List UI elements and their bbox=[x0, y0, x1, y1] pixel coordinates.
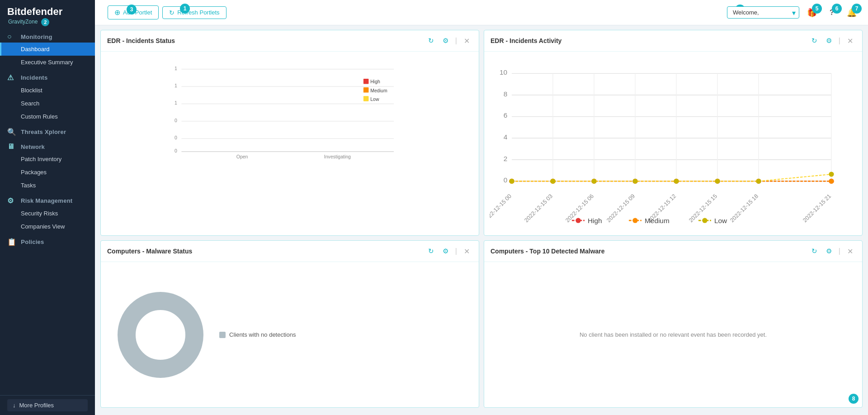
svg-text:High: High bbox=[588, 217, 602, 224]
portlet-title-edr-status: EDR - Incidents Status bbox=[107, 37, 423, 44]
svg-text:0: 0 bbox=[175, 135, 177, 140]
portlet-header-edr-status: EDR - Incidents Status ↻ ⚙ | ✕ bbox=[101, 30, 479, 52]
sidebar-item-search[interactable]: Search bbox=[0, 97, 95, 110]
annotation-badge-1: 1 bbox=[180, 4, 190, 14]
svg-text:2022-12-15 21: 2022-12-15 21 bbox=[802, 193, 832, 224]
annotation-badge-5: 5 bbox=[812, 4, 822, 14]
sidebar-item-companies-view[interactable]: Companies View bbox=[0, 220, 95, 233]
network-icon: 🖥 bbox=[7, 143, 16, 151]
portlet-body-top10: No client has been installed or no relev… bbox=[484, 262, 862, 407]
svg-rect-19 bbox=[363, 96, 369, 101]
sidebar-item-packages[interactable]: Packages bbox=[0, 166, 95, 179]
portlet-header-top10: Computers - Top 10 Detected Malware ↻ ⚙ … bbox=[484, 241, 862, 262]
portlet-header-malware-status: Computers - Malware Status ↻ ⚙ | ✕ bbox=[101, 241, 479, 262]
svg-point-56 bbox=[674, 179, 679, 184]
svg-text:Low: Low bbox=[714, 217, 727, 224]
portlet-title-top10: Computers - Top 10 Detected Malware bbox=[491, 248, 806, 255]
portlet-body-edr-status: 1 1 1 0 0 0 bbox=[101, 52, 479, 235]
donut-area: Clients with no detections bbox=[106, 267, 473, 402]
topbar-left: 3 ⊕ Add Portlet ↻ Refresh Portlets bbox=[104, 5, 226, 19]
svg-point-55 bbox=[632, 179, 637, 184]
sidebar-section-risk-management[interactable]: ⚙ Risk Management bbox=[0, 192, 95, 207]
sidebar: Bitdefender GravityZone 2 ○ Monitoring D… bbox=[0, 0, 95, 415]
risk-management-icon: ⚙ bbox=[7, 196, 16, 205]
portlet-body-malware-status: Clients with no detections bbox=[101, 262, 479, 407]
more-profiles-button[interactable]: ↓ More Profiles bbox=[7, 399, 88, 411]
svg-text:High: High bbox=[370, 79, 380, 84]
portlet-settings-edr-activity[interactable]: ⚙ bbox=[823, 35, 835, 47]
svg-point-52 bbox=[509, 179, 514, 184]
sidebar-section-monitoring[interactable]: ○ Monitoring bbox=[0, 28, 95, 43]
portlet-settings-edr-status[interactable]: ⚙ bbox=[440, 35, 452, 47]
portlet-settings-top10[interactable]: ⚙ bbox=[823, 245, 835, 257]
svg-text:Medium: Medium bbox=[645, 217, 670, 224]
portlet-close-top10[interactable]: ✕ bbox=[844, 245, 856, 257]
portlet-edr-incidents-activity: EDR - Incidents Activity ↻ ⚙ | ✕ 10 8 6 … bbox=[484, 30, 863, 236]
incidents-icon: ⚠ bbox=[7, 73, 16, 82]
portlet-refresh-edr-status[interactable]: ↻ bbox=[425, 35, 437, 47]
svg-text:8: 8 bbox=[504, 90, 508, 98]
topbar-right: 4 Welcome, 🎁 5 ? 6 bbox=[722, 5, 859, 20]
portlet-edr-incidents-status: EDR - Incidents Status ↻ ⚙ | ✕ 1 1 1 0 0… bbox=[100, 30, 479, 236]
svg-point-57 bbox=[715, 179, 720, 184]
svg-point-69 bbox=[576, 218, 580, 223]
welcome-select[interactable]: Welcome, bbox=[727, 6, 799, 19]
svg-point-59 bbox=[829, 172, 834, 176]
svg-text:10: 10 bbox=[500, 68, 507, 76]
sidebar-section-threats-xplorer[interactable]: 🔍 Threats Xplorer bbox=[0, 123, 95, 138]
portlet-sep-4: | bbox=[839, 247, 840, 255]
app-logo-title: Bitdefender bbox=[7, 6, 62, 17]
portlet-close-malware-status[interactable]: ✕ bbox=[461, 245, 472, 257]
svg-text:6: 6 bbox=[504, 111, 508, 119]
portlet-refresh-malware-status[interactable]: ↻ bbox=[425, 245, 437, 257]
portlet-header-edr-activity: EDR - Incidents Activity ↻ ⚙ | ✕ bbox=[484, 30, 862, 52]
svg-point-53 bbox=[550, 179, 555, 184]
sidebar-item-executive-summary[interactable]: Executive Summary bbox=[0, 56, 95, 69]
donut-legend: Clients with no detections bbox=[219, 331, 296, 338]
donut-legend-label-no-detect: Clients with no detections bbox=[229, 331, 296, 338]
svg-text:2022-12-15 18: 2022-12-15 18 bbox=[729, 193, 760, 224]
svg-text:4: 4 bbox=[504, 133, 508, 141]
sidebar-section-risk-label: Risk Management bbox=[21, 197, 72, 204]
annotation-badge-8: 8 bbox=[849, 394, 859, 404]
portlet-sep-1: | bbox=[455, 37, 457, 45]
sidebar-item-blocklist[interactable]: Blocklist bbox=[0, 84, 95, 97]
svg-text:0: 0 bbox=[504, 176, 508, 184]
svg-text:Open: Open bbox=[236, 154, 248, 159]
svg-point-51 bbox=[829, 179, 834, 184]
svg-rect-15 bbox=[363, 79, 369, 84]
svg-text:2022-12-15 00: 2022-12-15 00 bbox=[490, 193, 513, 224]
no-data-text: No client has been installed or no relev… bbox=[580, 331, 767, 338]
annotation-badge-6: 6 bbox=[832, 4, 842, 14]
sidebar-item-dashboard[interactable]: Dashboard bbox=[0, 43, 95, 56]
portlet-refresh-edr-activity[interactable]: ↻ bbox=[809, 35, 821, 47]
sidebar-item-security-risks[interactable]: Security Risks bbox=[0, 207, 95, 220]
sidebar-section-policies[interactable]: 📋 Policies bbox=[0, 233, 95, 248]
donut-chart-svg bbox=[115, 290, 206, 380]
sidebar-section-monitoring-label: Monitoring bbox=[21, 33, 52, 40]
main-content: 1 3 ⊕ Add Portlet ↻ Refresh Portlets 4 bbox=[95, 0, 868, 415]
svg-text:1: 1 bbox=[175, 100, 177, 105]
svg-text:Investigating: Investigating bbox=[324, 154, 351, 159]
portlet-title-edr-activity: EDR - Incidents Activity bbox=[491, 37, 806, 44]
portlet-settings-malware-status[interactable]: ⚙ bbox=[440, 245, 452, 257]
portlet-refresh-top10[interactable]: ↻ bbox=[809, 245, 821, 257]
portlet-close-edr-activity[interactable]: ✕ bbox=[844, 35, 856, 47]
topbar: 1 3 ⊕ Add Portlet ↻ Refresh Portlets 4 bbox=[95, 0, 868, 25]
svg-text:Low: Low bbox=[370, 96, 379, 102]
line-chart-svg: 10 8 6 4 2 0 bbox=[490, 57, 857, 228]
svg-point-58 bbox=[756, 179, 761, 184]
sidebar-section-incidents[interactable]: ⚠ Incidents bbox=[0, 69, 95, 84]
annotation-badge-3: 3 bbox=[127, 5, 137, 14]
threats-xplorer-icon: 🔍 bbox=[7, 128, 16, 136]
sidebar-item-custom-rules[interactable]: Custom Rules bbox=[0, 110, 95, 123]
portlet-close-edr-status[interactable]: ✕ bbox=[461, 35, 472, 47]
svg-text:1: 1 bbox=[175, 66, 177, 71]
refresh-portlets-button[interactable]: ↻ Refresh Portlets bbox=[162, 6, 226, 19]
sidebar-item-tasks[interactable]: Tasks bbox=[0, 179, 95, 192]
sidebar-section-policies-label: Policies bbox=[21, 239, 44, 245]
sidebar-section-network[interactable]: 🖥 Network bbox=[0, 138, 95, 153]
app-badge: 2 bbox=[41, 18, 49, 26]
no-data-message-top10: No client has been installed or no relev… bbox=[490, 267, 857, 402]
sidebar-item-patch-inventory[interactable]: Patch Inventory bbox=[0, 153, 95, 166]
